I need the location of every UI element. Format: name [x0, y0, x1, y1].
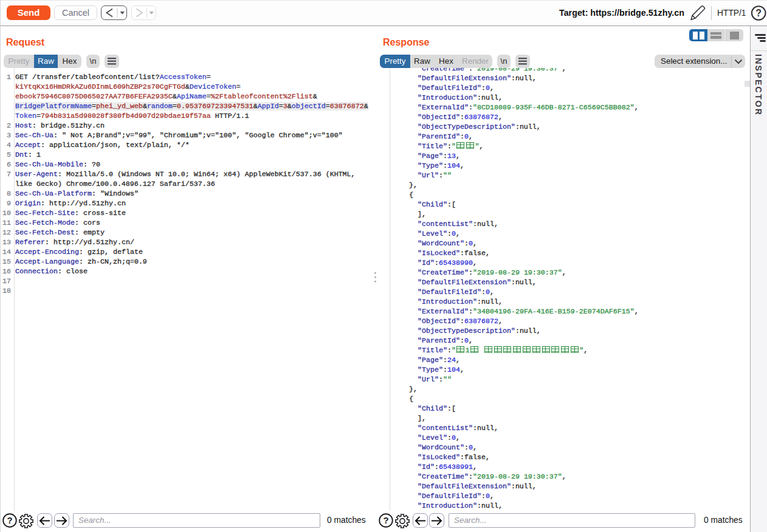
svg-text:?: ? [7, 515, 12, 525]
svg-text:?: ? [755, 8, 762, 18]
svg-text:?: ? [383, 515, 388, 525]
